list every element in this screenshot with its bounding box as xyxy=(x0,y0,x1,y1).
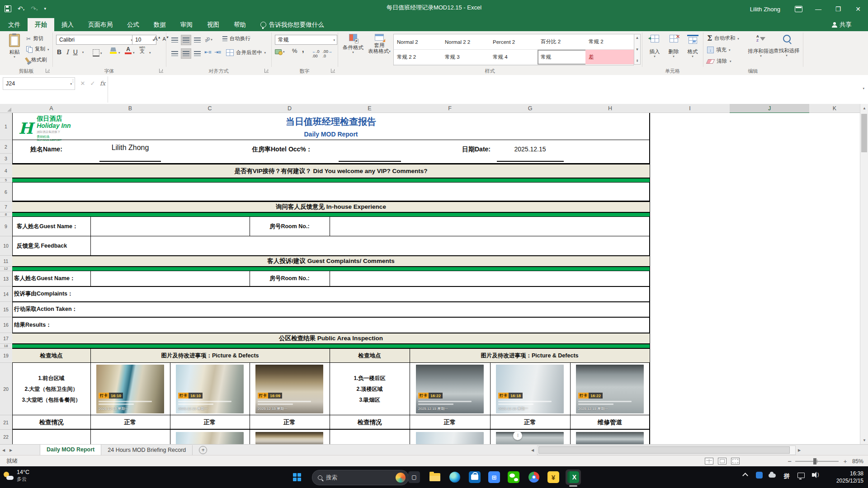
merge-center-button[interactable]: 合并后居中▾ xyxy=(226,49,266,56)
sheet-nav-right-icon[interactable]: ▶ xyxy=(7,445,14,455)
taskbar-app-blue[interactable]: ⊞ xyxy=(486,469,502,485)
decrease-decimal-icon[interactable]: .00→.0 xyxy=(323,49,333,58)
row-header[interactable]: 12 xyxy=(0,267,12,271)
insert-function-icon[interactable]: fx xyxy=(98,80,108,87)
row-header[interactable]: 13 xyxy=(0,271,12,286)
name-value[interactable]: Lilith Zhong xyxy=(90,144,170,152)
onedrive-cloud-icon[interactable] xyxy=(769,474,776,478)
style-percent2[interactable]: Percent 2 xyxy=(490,34,541,50)
page-break-view-icon[interactable] xyxy=(731,458,740,465)
percent-style-icon[interactable]: % xyxy=(292,47,297,54)
inspection-photo-rooftop[interactable]: 打卡16:18 2025.12.15 星期一 xyxy=(496,365,564,413)
align-right-icon[interactable] xyxy=(193,49,202,58)
style-changgui3[interactable]: 常规 3 xyxy=(442,50,493,65)
gallery-more-icon[interactable]: ⇟ xyxy=(636,59,639,63)
row-header[interactable]: 17 xyxy=(0,333,12,344)
bing-daily-icon[interactable] xyxy=(396,473,406,483)
enter-formula-icon[interactable]: ✓ xyxy=(88,80,98,87)
font-color-button[interactable]: A xyxy=(125,47,132,54)
row-header[interactable]: 5 xyxy=(0,178,12,183)
network-icon[interactable] xyxy=(797,473,805,478)
shrink-font-icon[interactable]: A▼ xyxy=(163,36,169,42)
tab-help[interactable]: 帮助 xyxy=(226,18,253,31)
taskbar-search[interactable]: 搜索 xyxy=(312,470,409,485)
style-changgui22[interactable]: 常规 2 2 xyxy=(394,50,445,65)
inspection-photo-partial[interactable] xyxy=(255,432,323,444)
tab-formulas[interactable]: 公式 xyxy=(120,18,146,31)
page-layout-view-icon[interactable] xyxy=(718,458,726,465)
copy-button[interactable]: 复制▾ xyxy=(26,46,49,52)
font-dialog-launcher-icon[interactable] xyxy=(159,69,163,73)
italic-icon[interactable]: I xyxy=(66,48,69,56)
scroll-up-icon[interactable]: ▲ xyxy=(860,104,868,112)
style-normal2[interactable]: Normal 2 xyxy=(394,34,445,50)
align-left-icon[interactable] xyxy=(170,49,179,58)
horizontal-scroll-thumb[interactable] xyxy=(538,446,790,454)
orientation-button[interactable]: ab ▾ xyxy=(204,37,212,42)
conditional-formatting-button[interactable]: ≠ 条件格式 ▾ xyxy=(340,34,366,54)
column-header-k[interactable]: K xyxy=(809,104,860,113)
comma-style-icon[interactable]: , xyxy=(302,46,304,54)
inspection-photo-partial[interactable] xyxy=(576,432,644,444)
row-header[interactable]: 8 xyxy=(0,212,12,217)
edge-icon[interactable] xyxy=(447,469,462,485)
underline-icon[interactable]: U xyxy=(73,48,78,56)
drag-handle[interactable]: ⁞⁞ xyxy=(513,431,522,440)
number-format-combo[interactable]: 常规▾ xyxy=(275,35,337,45)
font-color-arrow[interactable]: ▾ xyxy=(133,51,135,54)
sheet-nav-left-icon[interactable]: ◀ xyxy=(0,445,7,455)
scroll-down-icon[interactable]: ▼ xyxy=(860,436,868,444)
column-header-d[interactable]: D xyxy=(250,104,330,113)
format-painter-button[interactable]: 格式刷 xyxy=(26,57,47,63)
row-header[interactable]: 1 xyxy=(0,113,12,140)
format-as-table-button[interactable]: 套用 表格格式▾ xyxy=(367,34,392,54)
find-select-button[interactable]: 查找和选择▾ xyxy=(771,35,802,57)
vertical-scrollbar[interactable]: ▲ ▼ xyxy=(860,104,868,444)
inspection-photo-lobby[interactable]: 打卡16:10 2025.12.15 星期一 xyxy=(176,365,244,413)
finance-app-icon[interactable]: ¥ xyxy=(546,469,561,485)
tab-page-layout[interactable]: 页面布局 xyxy=(81,18,120,31)
expand-formula-bar-icon[interactable]: ▾ xyxy=(863,87,864,90)
column-header-j-selected[interactable]: J xyxy=(730,104,810,113)
paste-button[interactable]: 粘贴 ▾ xyxy=(5,34,24,58)
inspection-photo-frontdesk[interactable]: 打卡16:10 2025.12.15 星期一 xyxy=(96,365,164,413)
style-changgui-selected[interactable]: 常规 xyxy=(538,50,589,65)
clipboard-dialog-launcher-icon[interactable] xyxy=(46,69,50,73)
excel-taskbar-icon[interactable]: X xyxy=(566,469,581,485)
select-all-corner[interactable] xyxy=(0,104,13,113)
alignment-dialog-launcher-icon[interactable] xyxy=(264,69,269,73)
name-box[interactable]: J24▾ xyxy=(3,77,75,90)
gallery-scroll-up-icon[interactable]: ▲ xyxy=(636,36,639,40)
clear-button[interactable]: 清除▾ xyxy=(707,58,731,64)
align-center-icon[interactable] xyxy=(181,48,191,59)
row-header[interactable]: 20 xyxy=(0,363,12,415)
increase-decimal-icon[interactable]: ←.0.00 xyxy=(312,49,320,58)
row-header[interactable]: 7 xyxy=(0,202,12,212)
row-header[interactable]: 22 xyxy=(0,430,12,445)
format-cells-button[interactable]: 格式▾ xyxy=(684,35,702,58)
fill-color-button[interactable] xyxy=(110,47,117,54)
new-sheet-icon[interactable]: + xyxy=(199,446,207,454)
tab-insert[interactable]: 插入 xyxy=(54,18,81,31)
zoom-level[interactable]: 85% xyxy=(852,458,863,465)
insert-cells-button[interactable]: ◀ 插入▾ xyxy=(646,35,664,58)
top-align-icon[interactable] xyxy=(170,35,179,45)
worksheet[interactable]: H 假日酒店 Holiday Inn 洲际酒店集团旗下 贵阳机场 GUIYANG… xyxy=(12,113,860,444)
row-header[interactable]: 16 xyxy=(0,317,12,333)
sheet-tab-daily-mod[interactable]: Daily MOD Report xyxy=(40,445,101,456)
style-bad[interactable]: 差 xyxy=(585,50,636,65)
fill-button[interactable]: ↓ 填充▾ xyxy=(707,47,731,53)
row-header[interactable]: 19 xyxy=(0,348,12,363)
font-size-combo[interactable]: 10▾ xyxy=(132,35,156,45)
zoom-in-icon[interactable]: ＋ xyxy=(842,457,848,465)
share-button[interactable]: 共享 xyxy=(825,18,859,31)
normal-view-icon[interactable] xyxy=(705,458,713,465)
style-normal22[interactable]: Normal 2 2 xyxy=(442,34,493,50)
tray-chevron-up-icon[interactable] xyxy=(743,472,747,478)
zoom-slider[interactable] xyxy=(795,461,839,462)
zoom-slider-thumb[interactable] xyxy=(813,458,816,465)
occ-underline[interactable] xyxy=(339,161,401,162)
row-header[interactable]: 15 xyxy=(0,302,12,317)
decrease-indent-icon[interactable]: ⇤≡ xyxy=(204,49,212,55)
microsoft-store-icon[interactable] xyxy=(467,469,482,485)
